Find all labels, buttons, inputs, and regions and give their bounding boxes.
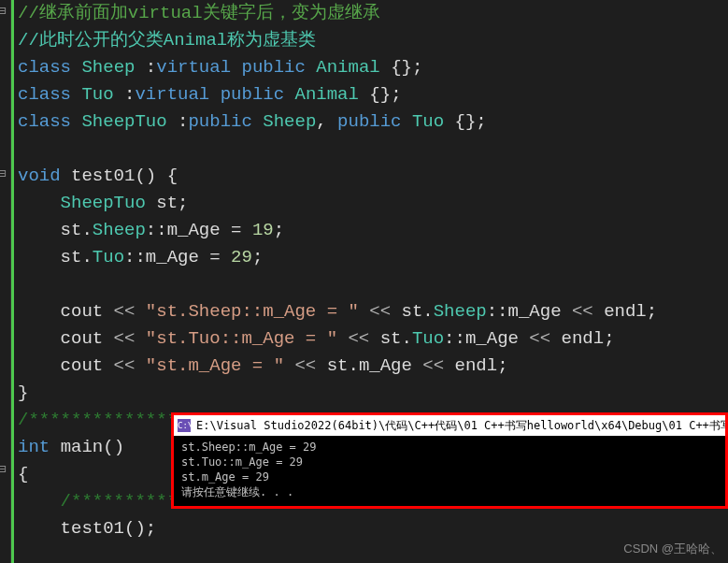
fold-minus-icon[interactable]: ⊟ <box>0 166 6 181</box>
console-output-popup: C:\ E:\Visual Studio2022(64bit)\代码\C++代码… <box>171 412 728 509</box>
console-title-bar[interactable]: C:\ E:\Visual Studio2022(64bit)\代码\C++代码… <box>174 415 725 436</box>
gutter: ⊟ ⊟ ⊟ <box>0 0 11 563</box>
console-line: st.m_Age = 29 <box>181 469 718 484</box>
comment: //继承前面加virtual关键字后，变为虚继承 <box>18 3 380 23</box>
console-line: st.Tuo::m_Age = 29 <box>181 455 718 469</box>
console-title: E:\Visual Studio2022(64bit)\代码\C++代码\01 … <box>196 415 725 436</box>
comment: //此时公开的父类Animal称为虚基类 <box>18 30 316 51</box>
console-line: 请按任意键继续. . . <box>181 484 718 499</box>
fold-minus-icon[interactable]: ⊟ <box>0 3 6 19</box>
watermark: CSDN @王哈哈、 <box>623 541 722 557</box>
console-icon: C:\ <box>178 419 191 432</box>
fold-minus-icon[interactable]: ⊟ <box>0 461 6 477</box>
separator: /********** <box>61 491 178 512</box>
console-line: st.Sheep::m_Age = 29 <box>181 440 718 455</box>
